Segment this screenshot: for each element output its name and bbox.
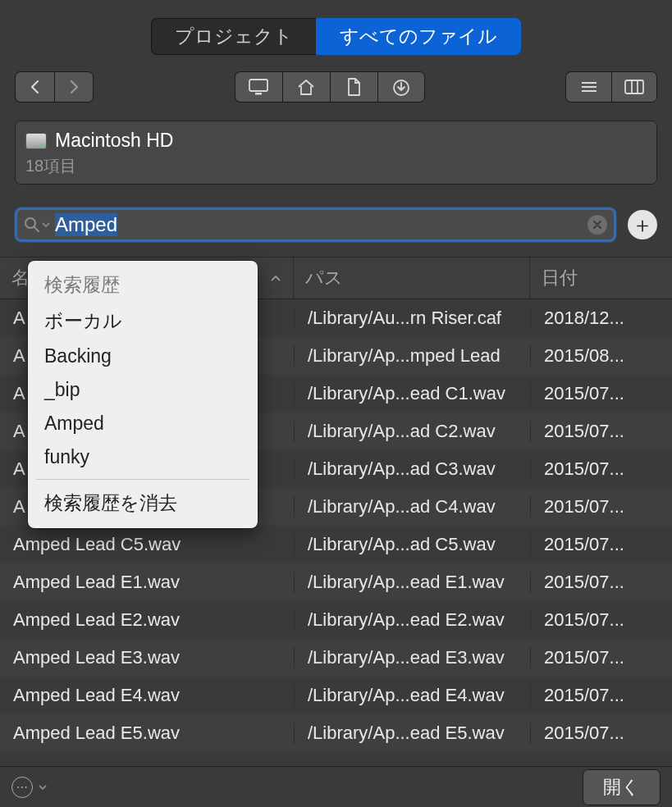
home-button[interactable] [282,71,330,103]
toolbar [0,66,672,112]
separator [36,479,249,480]
cell-path: /Library/Ap...ad C2.wav [294,421,530,442]
search-input[interactable] [50,213,587,236]
table-row[interactable]: Amped Lead E3.wav/Library/Ap...ead E3.wa… [0,639,672,677]
cell-name: Amped Lead E3.wav [0,647,294,668]
history-item[interactable]: Amped [28,407,258,440]
cell-path: /Library/Ap...ad C4.wav [294,496,530,517]
tab-project[interactable]: プロジェクト [151,18,316,55]
cell-path: /Library/Ap...ead E2.wav [294,609,530,631]
dropdown-heading: 検索履歴 [28,267,258,303]
column-view-button[interactable] [611,71,657,103]
cell-date: 2015/08... [530,345,672,367]
plus-icon: ＋ [632,211,653,239]
document-icon [345,77,362,97]
table-row[interactable]: Amped Lead E2.wav/Library/Ap...ead E2.wa… [0,601,672,639]
list-view-button[interactable] [565,71,611,103]
history-item[interactable]: ボーカル [28,303,258,340]
chevron-down-icon [38,783,48,791]
cell-path: /Library/Ap...ad C3.wav [294,458,530,480]
svg-line-10 [34,227,39,231]
tab-all-files[interactable]: すべてのファイル [316,18,521,55]
cell-path: /Library/Ap...ead E3.wav [294,647,530,668]
x-icon [593,221,601,229]
cell-date: 2018/12... [530,308,672,329]
cell-date: 2015/07... [530,496,672,517]
search-icon [24,217,40,233]
cell-name: Amped Lead E4.wav [0,685,294,706]
project-folder-button[interactable] [330,71,377,103]
computer-button[interactable] [235,71,282,103]
cell-date: 2015/07... [530,458,672,480]
monitor-icon [248,78,269,96]
footer: ⋯ 開く [0,766,672,807]
cell-date: 2015/07... [530,609,672,631]
svg-rect-0 [249,80,267,91]
table-row[interactable]: Amped Lead E4.wav/Library/Ap...ead E4.wa… [0,677,672,714]
cell-path: /Library/Au...rn Riser.caf [294,308,530,329]
search-history-dropdown: 検索履歴 ボーカルBacking_bipAmpedfunky 検索履歴を消去 [28,261,258,528]
open-button[interactable]: 開く [583,769,661,805]
history-item[interactable]: Backing [28,340,258,373]
back-button[interactable] [15,71,54,103]
cell-date: 2015/07... [530,572,672,593]
clear-history-item[interactable]: 検索履歴を消去 [28,485,258,522]
location-bar: Macintosh HD 18項目 [15,121,657,185]
search-menu-button[interactable] [24,217,50,233]
table-row[interactable]: Amped Lead E1.wav/Library/Ap...ead E1.wa… [0,563,672,601]
column-header-path[interactable]: パス [294,258,530,299]
item-count: 18項目 [25,155,647,177]
chevron-right-icon [68,80,80,94]
download-icon [391,77,412,97]
cell-name: Amped Lead E5.wav [0,723,294,744]
clear-search-button[interactable] [587,215,607,235]
cell-date: 2015/07... [530,534,672,555]
cell-date: 2015/07... [530,685,672,706]
history-item[interactable]: funky [28,440,258,474]
column-header-name-label: 名 [11,266,30,290]
cell-date: 2015/07... [530,647,672,668]
ellipsis-icon: ⋯ [16,781,28,794]
cell-name: Amped Lead E1.wav [0,572,294,593]
cell-path: /Library/Ap...ead E4.wav [294,685,530,706]
cell-path: /Library/Ap...ead E1.wav [294,572,530,593]
cell-path: /Library/Ap...mped Lead [294,345,530,367]
search-box[interactable] [15,207,616,242]
scope-tabs: プロジェクト すべてのファイル [0,0,672,66]
actions-menu-button[interactable]: ⋯ [11,777,33,798]
bookmarks-button[interactable] [377,71,425,103]
svg-rect-1 [255,93,262,95]
chevron-left-icon [30,80,41,94]
sort-asc-icon [270,274,281,282]
cell-date: 2015/07... [530,723,672,744]
chevron-down-icon [42,221,50,228]
home-icon [296,78,316,96]
location-title: Macintosh HD [55,130,173,152]
cell-date: 2015/07... [530,383,672,404]
add-button[interactable]: ＋ [628,210,657,239]
cell-path: /Library/Ap...ad C5.wav [294,534,530,555]
column-header-date[interactable]: 日付 [530,258,672,299]
cell-name: Amped Lead E2.wav [0,609,294,631]
list-icon [579,80,599,94]
cell-path: /Library/Ap...ead C1.wav [294,383,530,404]
history-item[interactable]: _bip [28,373,258,407]
table-row[interactable]: Amped Lead E5.wav/Library/Ap...ead E5.wa… [0,714,672,752]
cell-path: /Library/Ap...ead E5.wav [294,723,530,744]
table-row[interactable]: Amped Lead C5.wav/Library/Ap...ad C5.wav… [0,526,672,563]
cell-name: Amped Lead C5.wav [0,534,294,555]
forward-button[interactable] [54,71,94,103]
svg-point-9 [25,218,35,228]
cell-date: 2015/07... [530,421,672,442]
svg-rect-6 [625,80,643,93]
columns-icon [624,79,645,95]
hard-drive-icon [25,133,47,149]
